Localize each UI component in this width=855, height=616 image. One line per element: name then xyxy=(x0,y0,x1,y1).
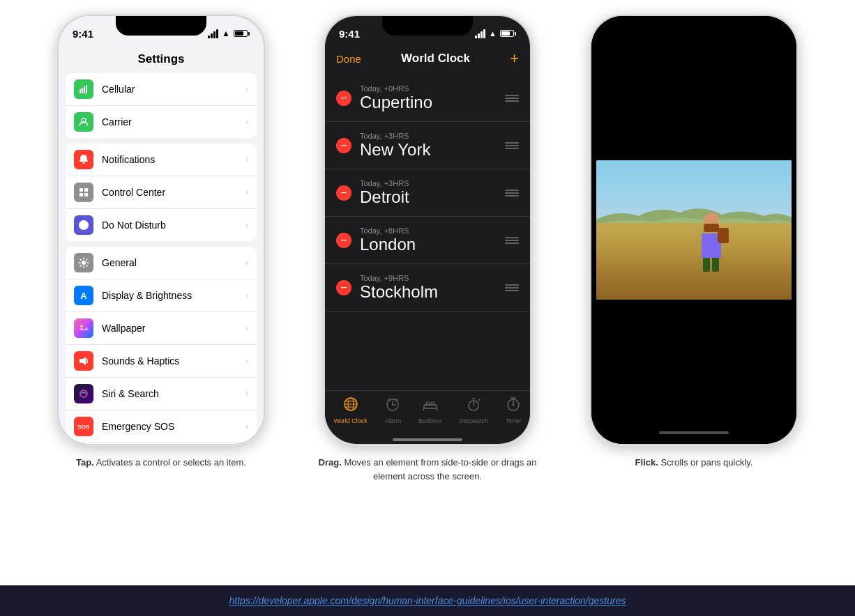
settings-item-emergency[interactable]: SOS Emergency SOS › xyxy=(66,410,257,443)
wallpaper-icon xyxy=(74,318,93,338)
wc-item-detroit[interactable]: − Today, +3HRS Detroit xyxy=(325,169,530,217)
wc-add-button[interactable]: + xyxy=(510,49,519,68)
wc-city-newyork: New York xyxy=(360,140,505,160)
tab-worldclock-icon xyxy=(343,396,358,415)
wc-header: Done World Clock + xyxy=(325,47,530,75)
phone3-shell xyxy=(589,14,799,446)
svg-rect-1 xyxy=(82,88,83,93)
photo-ground xyxy=(596,223,792,300)
wc-drag-london[interactable] xyxy=(505,237,519,244)
caption-text-3: Flick. Scrolls or pans quickly. xyxy=(635,456,753,470)
caption-desc-1: Activates a control or selects an item. xyxy=(94,457,246,468)
cellular-label: Cellular xyxy=(102,84,245,95)
tab-timer[interactable]: Timer xyxy=(506,396,522,424)
svg-rect-32 xyxy=(424,405,437,408)
notifications-label: Notifications xyxy=(102,154,245,165)
tab-world-clock[interactable]: World Clock xyxy=(333,396,367,424)
settings-item-notifications[interactable]: Notifications › xyxy=(66,144,257,176)
settings-group-3: General › A Display & Brightness › xyxy=(66,247,257,444)
svg-rect-3 xyxy=(86,85,87,93)
settings-item-general[interactable]: General › xyxy=(66,247,257,279)
tab-alarm-icon xyxy=(385,396,400,415)
wc-drag-newyork[interactable] xyxy=(505,142,519,149)
svg-rect-0 xyxy=(80,89,81,93)
wc-time-stockholm: Today, +9HRS xyxy=(360,274,505,282)
settings-group-1: Cellular › Carrier › xyxy=(66,73,257,138)
wc-drag-detroit[interactable] xyxy=(505,190,519,197)
wc-delete-london[interactable]: − xyxy=(336,233,351,248)
settings-screen: 9:41 ▲ xyxy=(59,16,264,444)
wc-drag-cupertino[interactable] xyxy=(505,95,519,102)
wc-delete-newyork[interactable]: − xyxy=(336,138,351,153)
tab-timer-icon xyxy=(506,396,521,415)
footer-link[interactable]: https://developer.apple.com/design/human… xyxy=(229,595,626,606)
phone2-screen: 9:41 ▲ xyxy=(325,16,530,444)
settings-item-carrier[interactable]: Carrier › xyxy=(66,106,257,138)
settings-item-control-center[interactable]: Control Center › xyxy=(66,176,257,209)
wifi-icon-1: ▲ xyxy=(222,29,230,38)
settings-group-2: Notifications › Control Center › xyxy=(66,144,257,241)
carrier-label: Carrier xyxy=(102,116,245,128)
notch2 xyxy=(382,16,473,36)
worldclock-screen: 9:41 ▲ xyxy=(325,16,530,444)
dnd-icon xyxy=(74,215,93,235)
control-center-icon xyxy=(74,183,93,202)
tab-bedtime[interactable]: Bedtime xyxy=(418,396,441,424)
settings-item-display[interactable]: A Display & Brightness › xyxy=(66,279,257,312)
wc-item-stockholm[interactable]: − Today, +9HRS Stockholm xyxy=(325,264,530,311)
wc-city-london: London xyxy=(360,235,505,254)
notifications-icon xyxy=(74,150,93,169)
status-time-1: 9:41 xyxy=(73,28,93,40)
tab-timer-label: Timer xyxy=(506,417,522,424)
settings-item-faceid[interactable]: Face ID & Passcode › xyxy=(66,443,257,444)
carrier-icon xyxy=(74,112,93,132)
settings-item-sounds[interactable]: Sounds & Haptics › xyxy=(66,345,257,378)
wifi-icon-2: ▲ xyxy=(489,29,497,38)
svg-rect-2 xyxy=(84,86,85,93)
settings-item-cellular[interactable]: Cellular › xyxy=(66,73,257,106)
wc-item-cupertino[interactable]: − Today, +0HRS Cupertino xyxy=(325,75,530,122)
settings-item-dnd[interactable]: Do Not Disturb › xyxy=(66,209,257,241)
wc-delete-stockholm[interactable]: − xyxy=(336,280,351,295)
wc-done-button[interactable]: Done xyxy=(336,53,361,65)
wc-delete-cupertino[interactable]: − xyxy=(336,91,351,106)
wc-item-newyork[interactable]: − Today, +3HRS New York xyxy=(325,122,530,169)
caption-desc-2: Moves an element from side-to-side or dr… xyxy=(342,457,537,482)
control-center-label: Control Center xyxy=(102,187,245,198)
settings-item-siri[interactable]: Siri & Search › xyxy=(66,378,257,410)
tab-alarm[interactable]: Alarm xyxy=(385,396,402,424)
svg-rect-8 xyxy=(84,193,88,197)
wc-delete-detroit[interactable]: − xyxy=(336,185,351,201)
tab-stopwatch[interactable]: Stopwatch xyxy=(459,396,488,424)
settings-item-wallpaper[interactable]: Wallpaper › xyxy=(66,312,257,345)
siri-label: Siri & Search xyxy=(102,388,245,399)
wc-info-cupertino: Today, +0HRS Cupertino xyxy=(360,84,505,112)
wc-drag-stockholm[interactable] xyxy=(505,284,519,291)
status-time-2: 9:41 xyxy=(339,28,360,40)
footer-section: https://developer.apple.com/design/human… xyxy=(0,585,855,616)
general-chevron: › xyxy=(245,258,248,268)
tab-stopwatch-icon xyxy=(466,396,481,415)
wc-item-london[interactable]: − Today, +8HRS London xyxy=(325,217,530,264)
general-label: General xyxy=(102,257,245,268)
tab-bar: World Clock Alarm xyxy=(325,390,530,436)
caption-text-1: Tap. Activates a control or selects an i… xyxy=(76,456,246,470)
wc-time-cupertino: Today, +0HRS xyxy=(360,84,505,93)
phone1-column: 9:41 ▲ xyxy=(43,14,280,470)
phone1-shell: 9:41 ▲ xyxy=(56,14,266,446)
svg-point-12 xyxy=(80,390,87,397)
wc-title: World Clock xyxy=(401,52,470,66)
emergency-label: Emergency SOS xyxy=(102,421,245,432)
tab-bedtime-label: Bedtime xyxy=(418,417,441,424)
wc-info-stockholm: Today, +9HRS Stockholm xyxy=(360,274,505,302)
phone3-column: Flick. Scrolls or pans quickly. xyxy=(575,14,812,470)
svg-point-9 xyxy=(82,261,86,265)
wc-time-london: Today, +8HRS xyxy=(360,226,505,235)
phone2-shell: 9:41 ▲ xyxy=(323,14,532,446)
siri-chevron: › xyxy=(245,389,248,399)
photo-person-body xyxy=(699,213,723,272)
svg-point-42 xyxy=(513,404,515,406)
svg-marker-11 xyxy=(80,357,86,365)
caption-desc-3: Scrolls or pans quickly. xyxy=(658,457,753,468)
cellular-icon xyxy=(74,79,93,99)
